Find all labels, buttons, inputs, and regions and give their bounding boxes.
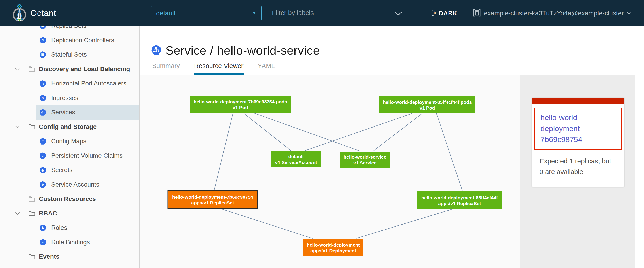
chevron-down-icon (627, 12, 632, 15)
sidebar-item-label: Replication Controllers (51, 37, 114, 44)
tab-summary[interactable]: Summary (152, 62, 180, 75)
folder-icon (28, 196, 35, 202)
resource-graph-area: hello-world-deployment-7b69c98754 podsv1… (140, 75, 520, 268)
config-maps-icon: ≡ (40, 138, 46, 144)
dark-theme-toggle[interactable]: ☾ DARK (430, 0, 458, 26)
sidebar-item-stateful-sets[interactable]: ▤Stateful Sets (0, 48, 139, 62)
horizontal-pod-autoscalers-icon: ⇆ (40, 80, 46, 87)
theme-toggle-label: DARK (439, 10, 458, 17)
replica-sets-icon: ▣ (40, 26, 46, 29)
services-icon (40, 109, 46, 116)
sidebar-item-label: Roles (51, 224, 67, 231)
graph-node-pod-7b69c98754[interactable]: hello-world-deployment-7b69c98754 podsv1… (190, 96, 291, 113)
chevron-down-icon[interactable] (15, 212, 20, 215)
graph-edge-pod-85ff4cf44f-to-serviceaccount (304, 114, 412, 151)
graph-node-service-hello-world[interactable]: hello-world-servicev1 Service (340, 152, 390, 168)
sidebar-item-label: Role Bindings (51, 239, 90, 246)
sidebar-folder-label: RBAC (39, 210, 57, 217)
error-accent-bar (532, 98, 624, 104)
sidebar-item-service-accounts[interactable]: ☻Service Accounts (0, 178, 139, 192)
selected-resource-link[interactable]: hello-world-deployment-7b69c98754 (540, 112, 610, 145)
sidebar-folder-label: Config and Storage (39, 123, 96, 130)
sidebar-item-label: Services (51, 109, 75, 116)
secrets-icon: ◉ (40, 167, 46, 173)
app-title: Octant (30, 0, 56, 26)
service-kind-icon (151, 45, 162, 56)
dropdown-caret-icon: ▼ (252, 11, 256, 16)
resource-status-message: Expected 1 replicas, but 0 are available (540, 156, 616, 177)
sidebar-item-label: Persistent Volume Claims (51, 152, 122, 159)
sidebar-folder-label: Discovery and Load Balancing (39, 66, 130, 73)
service-accounts-icon: ☻ (40, 181, 46, 188)
sidebar-item-label: Secrets (51, 166, 72, 174)
sidebar-item-label: Ingresses (51, 94, 78, 102)
sidebar-folder-discovery-and-load-balancing[interactable]: Discovery and Load Balancing (0, 62, 139, 76)
sidebar-nav: ▣Replica Sets↻Replication Controllers▤St… (0, 26, 140, 268)
tab-bar: SummaryResource ViewerYAML (152, 62, 275, 75)
chevron-down-icon[interactable] (15, 68, 20, 71)
graph-edge-pod-7b69c98754-to-service (254, 113, 360, 151)
graph-edge-pod-85ff4cf44f-to-service (373, 114, 422, 151)
sidebar-item-services[interactable]: Services (0, 105, 139, 120)
sidebar-folder-custom-resources[interactable]: Custom Resources (0, 192, 139, 206)
sidebar-folder-config-and-storage[interactable]: Config and Storage (0, 120, 139, 134)
sidebar-folder-label: Events (39, 253, 60, 260)
role-bindings-icon: ∞ (40, 239, 46, 246)
sidebar-folder-events[interactable]: Events (0, 250, 139, 264)
sidebar-item-label: Stateful Sets (51, 51, 87, 58)
sidebar-item-ingresses[interactable]: ×Ingresses (0, 91, 139, 105)
namespace-dropdown[interactable]: default ▼ (151, 6, 262, 20)
graph-node-deployment-hello-world[interactable]: hello-world-deploymentapps/v1 Deployment (304, 239, 363, 256)
sidebar-item-label: Horizontal Pod Autoscalers (51, 80, 126, 87)
folder-icon (28, 254, 35, 260)
sidebar-item-replication-controllers[interactable]: ↻Replication Controllers (0, 33, 139, 48)
folder-icon (28, 66, 35, 72)
selected-resource-box: hello-world-deployment-7b69c98754 (534, 108, 622, 150)
sidebar-item-label: Config Maps (51, 138, 86, 145)
page-title: Service / hello-world-service (166, 44, 320, 57)
sidebar-item-label: Replica Sets (51, 26, 86, 29)
folder-icon (28, 124, 35, 130)
tab-resource-viewer[interactable]: Resource Viewer (194, 62, 244, 75)
sidebar-item-replica-sets[interactable]: ▣Replica Sets (0, 26, 139, 33)
cluster-context-label: example-cluster-ka3TuTzYo4a@example-clus… (484, 10, 624, 17)
moon-icon: ☾ (430, 10, 436, 17)
sidebar-folder-label: Custom Resources (39, 195, 96, 202)
graph-edge-replicaset-7b69c98754-to-deployment (221, 209, 312, 238)
sidebar-item-secrets[interactable]: ◉Secrets (0, 163, 139, 178)
resource-graph-svg: hello-world-deployment-7b69c98754 podsv1… (140, 75, 520, 268)
sidebar-item-horizontal-pod-autoscalers[interactable]: ⇆Horizontal Pod Autoscalers (0, 76, 139, 91)
graph-edge-pod-7b69c98754-to-replicaset-7b69c98754 (214, 113, 233, 190)
graph-edge-replicaset-85ff4cf44f-to-deployment (356, 209, 452, 238)
graph-node-replicaset-85ff4cf44f[interactable]: hello-world-deployment-85ff4cf44fapps/v1… (418, 192, 502, 209)
sidebar-item-config-maps[interactable]: ≡Config Maps (0, 134, 139, 148)
graph-edge-pod-7b69c98754-to-serviceaccount (243, 113, 291, 151)
namespace-dropdown-value: default (156, 10, 176, 17)
main-content: Service / hello-world-service SummaryRes… (140, 26, 644, 268)
sidebar-item-persistent-volume-claims[interactable]: ◒Persistent Volume Claims (0, 148, 139, 163)
selected-resource-card: hello-world-deployment-7b69c98754 Expect… (532, 98, 624, 186)
graph-node-replicaset-7b69c98754[interactable]: hello-world-deployment-7b69c98754apps/v1… (168, 190, 258, 209)
app-header: Octant default ▼ ☾ DARK example-cluster-… (0, 0, 644, 26)
octant-logo-icon (12, 3, 26, 24)
tab-yaml[interactable]: YAML (257, 62, 275, 75)
stateful-sets-icon: ▤ (40, 52, 46, 58)
replication-controllers-icon: ↻ (40, 37, 46, 44)
label-filter-input[interactable] (272, 6, 393, 19)
detail-panel: hello-world-deployment-7b69c98754 Expect… (520, 75, 635, 268)
cluster-context-selector[interactable]: example-cluster-ka3TuTzYo4a@example-clus… (473, 0, 632, 26)
sidebar-folder-rbac[interactable]: RBAC (0, 206, 139, 221)
page-header: Service / hello-world-service SummaryRes… (140, 26, 644, 75)
cluster-icon (473, 8, 481, 18)
graph-edge-pod-85ff4cf44f-to-replicaset-85ff4cf44f (436, 114, 462, 191)
graph-node-pod-85ff4cf44f[interactable]: hello-world-deployment-85ff4cf44f podsv1… (380, 96, 475, 114)
sidebar-item-label: Service Accounts (51, 181, 99, 188)
roles-icon: ♟ (40, 224, 46, 231)
persistent-volume-claims-icon: ◒ (40, 152, 46, 159)
chevron-down-icon[interactable] (394, 12, 402, 16)
graph-node-serviceaccount-default[interactable]: defaultv1 ServiceAccount (271, 151, 321, 167)
sidebar-nav-list: ▣Replica Sets↻Replication Controllers▤St… (0, 26, 139, 264)
sidebar-item-roles[interactable]: ♟Roles (0, 220, 139, 235)
sidebar-item-role-bindings[interactable]: ∞Role Bindings (0, 235, 139, 250)
chevron-down-icon[interactable] (15, 125, 20, 128)
